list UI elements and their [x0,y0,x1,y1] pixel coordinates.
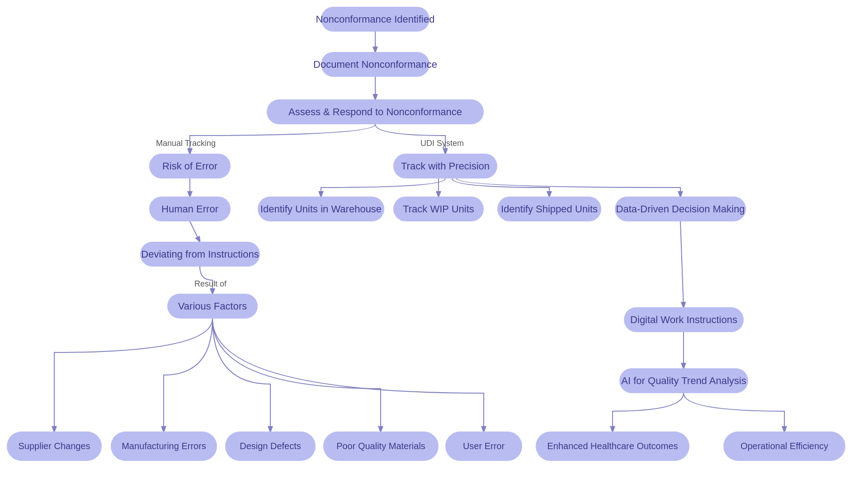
node-ai-quality-trend: AI for Quality Trend Analysis [619,368,748,393]
node-assess-respond: Assess & Respond to Nonconformance [267,99,484,124]
node-design-defects: Design Defects [225,432,316,461]
node-identify-units-warehouse: Identify Units in Warehouse [258,197,384,221]
node-track-with-precision: Track with Precision [393,154,497,178]
node-manufacturing-errors: Manufacturing Errors [111,432,217,461]
node-operational-efficiency: Operational Efficiency [723,432,845,461]
label-udi-system: UDI System [420,139,464,148]
node-deviating-from-instructions: Deviating from Instructions [140,242,260,267]
label-result-of: Result of [194,279,226,289]
svg-line-4 [190,221,200,242]
node-data-driven-decision: Data-Driven Decision Making [615,197,746,221]
node-various-factors: Various Factors [167,294,258,319]
label-manual-tracking: Manual Tracking [156,139,216,148]
node-enhanced-healthcare: Enhanced Healthcare Outcomes [536,432,689,461]
node-document-nonconformance: Document Nonconformance [321,52,429,77]
node-identify-shipped-units: Identify Shipped Units [497,197,601,221]
node-human-error: Human Error [149,197,231,221]
node-user-error: User Error [445,432,522,461]
node-poor-quality-materials: Poor Quality Materials [323,432,439,461]
node-nonconformance-identified: Nonconformance Identified [321,7,429,32]
node-track-wip-units: Track WIP Units [393,197,484,221]
svg-line-5 [680,221,684,307]
node-digital-work-instructions: Digital Work Instructions [624,307,744,332]
node-supplier-changes: Supplier Changes [7,432,102,461]
node-risk-of-error: Risk of Error [149,154,231,178]
